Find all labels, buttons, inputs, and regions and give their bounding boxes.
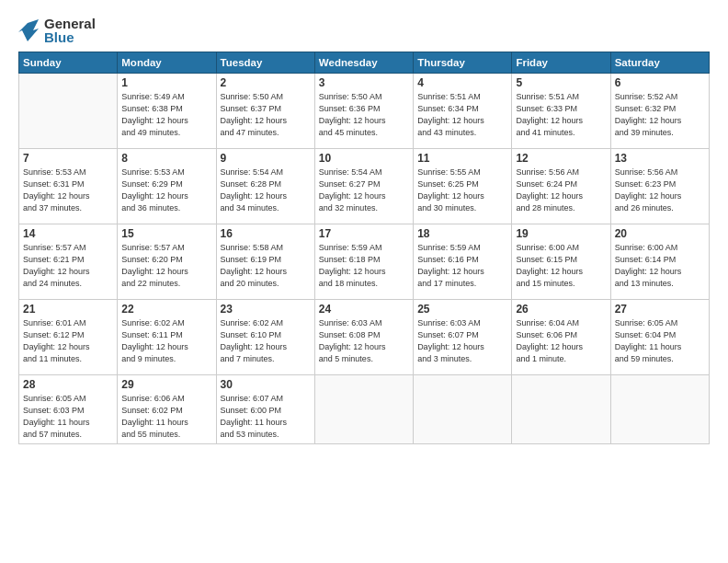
day-info: Sunrise: 6:05 AM Sunset: 6:03 PM Dayligh… [23,393,113,441]
day-number: 26 [516,303,606,316]
day-number: 17 [319,227,409,240]
day-number: 8 [121,152,211,165]
logo: GeneralBlue [18,17,101,44]
day-info: Sunrise: 5:59 AM Sunset: 6:16 PM Dayligh… [417,242,507,290]
day-number: 24 [319,303,409,316]
calendar-cell: 30Sunrise: 6:07 AM Sunset: 6:00 PM Dayli… [216,375,314,444]
calendar-cell: 22Sunrise: 6:02 AM Sunset: 6:11 PM Dayli… [118,300,216,375]
day-number: 23 [221,303,311,316]
calendar-cell: 17Sunrise: 5:59 AM Sunset: 6:18 PM Dayli… [314,224,413,300]
day-info: Sunrise: 5:58 AM Sunset: 6:19 PM Dayligh… [221,242,311,290]
day-number: 3 [319,76,409,89]
day-number: 28 [23,378,113,391]
calendar-cell: 7Sunrise: 5:53 AM Sunset: 6:31 PM Daylig… [19,149,118,224]
day-info: Sunrise: 5:50 AM Sunset: 6:37 PM Dayligh… [221,91,311,139]
calendar-cell [314,375,413,444]
calendar-cell: 23Sunrise: 6:02 AM Sunset: 6:10 PM Dayli… [216,300,314,375]
day-number: 14 [23,227,113,240]
weekday-header-tuesday: Tuesday [216,52,314,74]
day-info: Sunrise: 5:57 AM Sunset: 6:21 PM Dayligh… [23,242,113,290]
calendar-cell: 3Sunrise: 5:50 AM Sunset: 6:36 PM Daylig… [314,74,413,149]
day-number: 20 [615,227,705,240]
day-info: Sunrise: 6:03 AM Sunset: 6:08 PM Dayligh… [319,317,409,365]
day-info: Sunrise: 5:54 AM Sunset: 6:28 PM Dayligh… [221,167,311,214]
day-number: 18 [417,227,507,240]
logo-bird-icon [18,19,39,41]
day-number: 5 [516,76,606,89]
day-info: Sunrise: 5:57 AM Sunset: 6:20 PM Dayligh… [121,242,211,290]
calendar-cell: 24Sunrise: 6:03 AM Sunset: 6:08 PM Dayli… [314,300,413,375]
header: GeneralBlue [18,17,710,44]
calendar-cell: 12Sunrise: 5:56 AM Sunset: 6:24 PM Dayli… [512,149,610,224]
weekday-header-saturday: Saturday [610,52,709,74]
calendar-cell: 10Sunrise: 5:54 AM Sunset: 6:27 PM Dayli… [314,149,413,224]
svg-marker-0 [18,19,39,41]
day-number: 10 [319,152,409,165]
day-number: 12 [516,152,606,165]
day-info: Sunrise: 6:06 AM Sunset: 6:02 PM Dayligh… [121,393,211,441]
calendar-cell: 13Sunrise: 5:56 AM Sunset: 6:23 PM Dayli… [610,149,709,224]
day-info: Sunrise: 6:00 AM Sunset: 6:14 PM Dayligh… [615,242,705,290]
day-info: Sunrise: 5:50 AM Sunset: 6:36 PM Dayligh… [319,91,409,139]
day-info: Sunrise: 5:53 AM Sunset: 6:29 PM Dayligh… [121,167,211,214]
day-info: Sunrise: 5:51 AM Sunset: 6:34 PM Dayligh… [417,91,507,139]
day-info: Sunrise: 5:51 AM Sunset: 6:33 PM Dayligh… [516,91,606,139]
day-number: 27 [615,303,705,316]
calendar-cell [414,375,512,444]
day-info: Sunrise: 5:53 AM Sunset: 6:31 PM Dayligh… [23,167,113,214]
calendar-cell: 18Sunrise: 5:59 AM Sunset: 6:16 PM Dayli… [414,224,512,300]
day-info: Sunrise: 5:54 AM Sunset: 6:27 PM Dayligh… [319,167,409,214]
day-number: 29 [121,378,211,391]
calendar-cell [512,375,610,444]
calendar-cell: 11Sunrise: 5:55 AM Sunset: 6:25 PM Dayli… [414,149,512,224]
day-info: Sunrise: 6:00 AM Sunset: 6:15 PM Dayligh… [516,242,606,290]
day-info: Sunrise: 5:52 AM Sunset: 6:32 PM Dayligh… [615,91,705,139]
day-info: Sunrise: 6:03 AM Sunset: 6:07 PM Dayligh… [417,317,507,365]
day-number: 13 [615,152,705,165]
calendar-cell: 28Sunrise: 6:05 AM Sunset: 6:03 PM Dayli… [19,375,118,444]
day-info: Sunrise: 6:01 AM Sunset: 6:12 PM Dayligh… [23,317,113,365]
calendar-cell: 4Sunrise: 5:51 AM Sunset: 6:34 PM Daylig… [414,74,512,149]
day-number: 15 [121,227,211,240]
day-info: Sunrise: 5:55 AM Sunset: 6:25 PM Dayligh… [417,167,507,214]
day-number: 4 [417,76,507,89]
day-info: Sunrise: 5:59 AM Sunset: 6:18 PM Dayligh… [319,242,409,290]
day-info: Sunrise: 6:02 AM Sunset: 6:11 PM Dayligh… [121,317,211,365]
day-number: 7 [23,152,113,165]
day-info: Sunrise: 6:05 AM Sunset: 6:04 PM Dayligh… [615,317,705,365]
day-info: Sunrise: 6:02 AM Sunset: 6:10 PM Dayligh… [221,317,311,365]
day-info: Sunrise: 5:56 AM Sunset: 6:24 PM Dayligh… [516,167,606,214]
calendar: SundayMondayTuesdayWednesdayThursdayFrid… [18,52,710,444]
calendar-cell: 15Sunrise: 5:57 AM Sunset: 6:20 PM Dayli… [118,224,216,300]
day-info: Sunrise: 6:04 AM Sunset: 6:06 PM Dayligh… [516,317,606,365]
calendar-cell: 26Sunrise: 6:04 AM Sunset: 6:06 PM Dayli… [512,300,610,375]
day-info: Sunrise: 6:07 AM Sunset: 6:00 PM Dayligh… [221,393,311,441]
day-info: Sunrise: 5:49 AM Sunset: 6:38 PM Dayligh… [121,91,211,139]
calendar-cell: 25Sunrise: 6:03 AM Sunset: 6:07 PM Dayli… [414,300,512,375]
weekday-header-sunday: Sunday [19,52,118,74]
day-number: 30 [221,378,311,391]
calendar-cell: 1Sunrise: 5:49 AM Sunset: 6:38 PM Daylig… [118,74,216,149]
calendar-cell: 2Sunrise: 5:50 AM Sunset: 6:37 PM Daylig… [216,74,314,149]
page: GeneralBlue SundayMondayTuesdayWednesday… [0,0,728,563]
calendar-cell: 9Sunrise: 5:54 AM Sunset: 6:28 PM Daylig… [216,149,314,224]
day-number: 22 [121,303,211,316]
calendar-cell: 29Sunrise: 6:06 AM Sunset: 6:02 PM Dayli… [118,375,216,444]
calendar-cell: 27Sunrise: 6:05 AM Sunset: 6:04 PM Dayli… [610,300,709,375]
day-number: 11 [417,152,507,165]
day-number: 16 [221,227,311,240]
day-number: 25 [417,303,507,316]
calendar-cell: 14Sunrise: 5:57 AM Sunset: 6:21 PM Dayli… [19,224,118,300]
calendar-cell: 6Sunrise: 5:52 AM Sunset: 6:32 PM Daylig… [610,74,709,149]
weekday-header-thursday: Thursday [414,52,512,74]
day-number: 21 [23,303,113,316]
day-info: Sunrise: 5:56 AM Sunset: 6:23 PM Dayligh… [615,167,705,214]
day-number: 2 [221,76,311,89]
calendar-cell: 21Sunrise: 6:01 AM Sunset: 6:12 PM Dayli… [19,300,118,375]
calendar-cell [19,74,118,149]
calendar-cell: 16Sunrise: 5:58 AM Sunset: 6:19 PM Dayli… [216,224,314,300]
day-number: 1 [121,76,211,89]
calendar-cell: 8Sunrise: 5:53 AM Sunset: 6:29 PM Daylig… [118,149,216,224]
day-number: 19 [516,227,606,240]
weekday-header-friday: Friday [512,52,610,74]
